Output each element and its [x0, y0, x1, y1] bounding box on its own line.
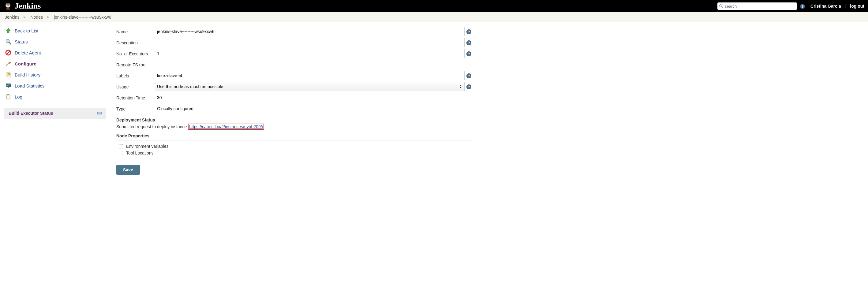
sidebar-item-load-stats[interactable]: Load Statistics — [4, 80, 106, 91]
svg-point-4 — [8, 8, 8, 8]
tool-locations-checkbox[interactable] — [119, 151, 123, 155]
build-executor-status-link[interactable]: Build Executor Status — [8, 111, 53, 115]
search-input[interactable] — [717, 2, 797, 10]
label-usage: Usage — [116, 84, 155, 89]
help-icon[interactable]: ? — [466, 73, 471, 78]
brand-text: Jenkins — [15, 2, 41, 11]
label-retention: Retention Time — [116, 95, 155, 100]
no-entry-icon — [5, 49, 12, 56]
svg-line-8 — [9, 42, 11, 44]
sidebar-link-configure[interactable]: Configure — [15, 61, 36, 66]
retention-field[interactable] — [155, 93, 471, 102]
crumb-node-name[interactable]: jenkins-slave---------wsu9xxw6 — [54, 15, 111, 20]
description-field[interactable] — [155, 38, 465, 47]
svg-point-5 — [719, 5, 722, 7]
label-remote-fs: Remote FS root — [116, 62, 155, 67]
sidebar: Back to List Status Delete Agent Configu… — [0, 25, 110, 119]
sidebar-item-log[interactable]: Log — [4, 91, 106, 102]
arrow-up-icon — [5, 27, 12, 34]
executors-field[interactable] — [155, 49, 465, 58]
chevron-right-icon: ▶ — [47, 15, 50, 19]
env-vars-label: Environment variables — [126, 144, 168, 149]
monitor-chart-icon — [5, 82, 12, 89]
configure-form: Name ? Description ? No. of Executors ? … — [110, 25, 477, 187]
chevron-right-icon: ▶ — [24, 15, 26, 19]
crumb-nodes[interactable]: Nodes — [30, 15, 42, 20]
svg-line-6 — [722, 7, 723, 8]
help-icon[interactable]: ? — [466, 84, 471, 89]
label-labels: Labels — [116, 73, 155, 78]
header-help-icon[interactable]: ? — [800, 4, 805, 9]
svg-rect-18 — [7, 94, 9, 95]
label-executors: No. of Executors — [116, 51, 155, 56]
svg-line-10 — [7, 51, 10, 54]
search-icon — [719, 4, 723, 8]
sidebar-link-build-history[interactable]: Build History — [15, 72, 40, 77]
sidebar-link-status[interactable]: Status — [15, 39, 28, 44]
svg-point-2 — [8, 5, 9, 5]
sidebar-link-delete[interactable]: Delete Agent — [15, 50, 41, 55]
tools-icon — [5, 60, 12, 67]
sidebar-item-status[interactable]: Status — [4, 36, 106, 47]
breadcrumb: Jenkins ▶ Nodes ▶ jenkins-slave---------… — [0, 12, 868, 22]
svg-point-1 — [7, 5, 7, 5]
search-wrap — [717, 2, 797, 10]
help-icon[interactable]: ? — [466, 51, 471, 56]
top-bar: Jenkins ? Cristina Garcia | log out — [0, 0, 868, 12]
sidebar-item-back[interactable]: Back to List — [4, 25, 106, 36]
usage-select[interactable]: Use this node as much as possible — [155, 82, 465, 91]
separator: | — [845, 4, 846, 8]
label-name: Name — [116, 29, 155, 34]
svg-rect-19 — [7, 95, 9, 99]
sidebar-link-log[interactable]: Log — [15, 94, 22, 99]
node-properties-header: Node Properties — [116, 133, 471, 138]
remote-fs-field[interactable] — [155, 60, 471, 69]
svg-rect-16 — [8, 87, 9, 88]
clipboard-icon — [5, 93, 12, 100]
name-field[interactable] — [155, 27, 465, 36]
deployment-instance-link[interactable]: https://cam.ctl.io/#/instances/i-yuh209/… — [188, 124, 264, 130]
jenkins-logo-icon — [4, 2, 12, 10]
labels-field[interactable] — [155, 71, 465, 80]
label-type: Type — [116, 106, 155, 111]
node-properties: Environment variables Tool Locations — [116, 140, 471, 156]
sidebar-item-configure[interactable]: Configure — [4, 58, 106, 69]
type-field[interactable] — [155, 104, 471, 113]
logout-link[interactable]: log out — [850, 4, 864, 8]
sidebar-item-delete[interactable]: Delete Agent — [4, 47, 106, 58]
sidebar-link-load-stats[interactable]: Load Statistics — [15, 83, 45, 89]
deployment-status-prefix: Submitted request to deploy instance — [116, 124, 187, 129]
crumb-jenkins[interactable]: Jenkins — [5, 15, 19, 20]
notepad-icon — [5, 71, 12, 78]
sidebar-item-build-history[interactable]: Build History — [4, 69, 106, 80]
brand-home[interactable]: Jenkins — [4, 2, 41, 11]
save-button[interactable]: Save — [116, 165, 140, 175]
sidebar-link-back[interactable]: Back to List — [15, 28, 38, 33]
env-vars-checkbox[interactable] — [119, 144, 123, 148]
help-icon[interactable]: ? — [466, 29, 471, 34]
collapse-icon[interactable] — [97, 112, 102, 114]
deployment-status-header: Deployment Status — [116, 118, 471, 122]
tool-locations-label: Tool Locations — [126, 151, 154, 156]
build-executor-status-panel[interactable]: Build Executor Status — [4, 108, 106, 119]
help-icon[interactable]: ? — [466, 40, 471, 45]
deployment-status-text: Submitted request to deploy instance htt… — [116, 124, 471, 129]
label-description: Description — [116, 40, 155, 45]
user-link[interactable]: Cristina Garcia — [810, 4, 841, 8]
magnifier-icon — [5, 38, 12, 45]
